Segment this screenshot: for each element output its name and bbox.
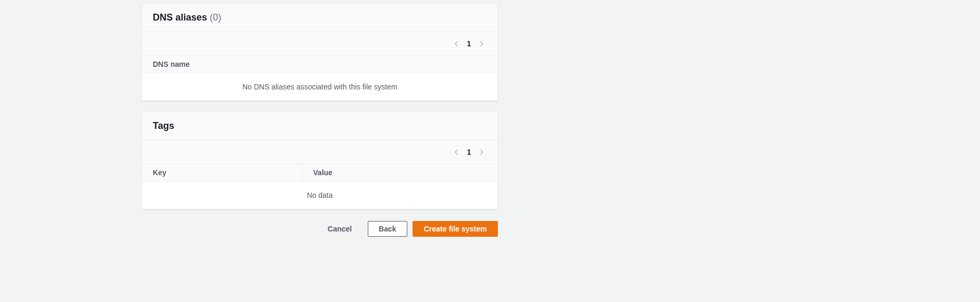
value-column-header: Value bbox=[302, 164, 497, 181]
pagination-next-button[interactable] bbox=[476, 147, 487, 157]
dns-aliases-table-header: DNS name bbox=[142, 56, 497, 73]
chevron-left-icon bbox=[453, 149, 459, 155]
chevron-left-icon bbox=[453, 41, 459, 47]
pagination-prev-button[interactable] bbox=[451, 147, 462, 157]
pagination-next-button[interactable] bbox=[476, 38, 487, 49]
dns-aliases-header: DNS aliases (0) bbox=[142, 4, 497, 32]
dns-aliases-title-text: DNS aliases bbox=[153, 12, 207, 23]
dns-aliases-pagination-bar: 1 bbox=[142, 32, 497, 56]
dns-aliases-panel: DNS aliases (0) 1 DNS name No DNS aliase… bbox=[142, 3, 498, 101]
chevron-right-icon bbox=[478, 41, 485, 47]
tags-pagination: 1 bbox=[451, 147, 487, 157]
tags-header: Tags bbox=[142, 112, 497, 140]
dns-aliases-empty-message: No DNS aliases associated with this file… bbox=[142, 73, 497, 100]
tags-pagination-bar: 1 bbox=[142, 140, 497, 164]
pagination-current-page: 1 bbox=[467, 39, 471, 48]
tags-panel: Tags 1 Key Value No data bbox=[142, 112, 498, 209]
tags-table-header: Key Value bbox=[142, 164, 497, 182]
pagination-current-page: 1 bbox=[467, 148, 471, 156]
tags-title: Tags bbox=[153, 120, 174, 131]
create-file-system-button[interactable]: Create file system bbox=[413, 221, 498, 237]
dns-aliases-count: (0) bbox=[210, 12, 221, 23]
pagination-prev-button[interactable] bbox=[451, 38, 462, 49]
key-column-header: Key bbox=[142, 164, 302, 181]
dns-aliases-pagination: 1 bbox=[451, 38, 487, 49]
back-button[interactable]: Back bbox=[368, 221, 407, 237]
tags-empty-message: No data bbox=[142, 182, 497, 209]
dns-name-column-header: DNS name bbox=[142, 56, 497, 73]
cancel-button[interactable]: Cancel bbox=[317, 222, 362, 236]
chevron-right-icon bbox=[478, 149, 485, 155]
footer-actions: Cancel Back Create file system bbox=[142, 220, 498, 247]
dns-aliases-title: DNS aliases (0) bbox=[153, 12, 221, 23]
